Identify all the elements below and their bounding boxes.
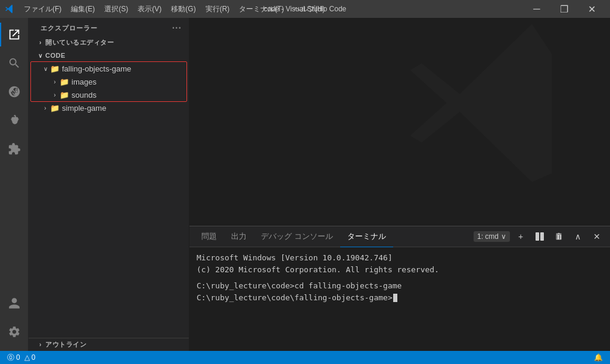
activity-explorer[interactable]: [0, 20, 29, 49]
sounds-label: sounds: [71, 91, 97, 99]
activity-account[interactable]: [0, 289, 29, 318]
sidebar: エクスプローラー ··· › 開いているエディター ∨ CODE ∨ 📁 fal…: [29, 18, 189, 351]
status-bar: ⓪ 0 △ 0 🔔: [0, 351, 610, 364]
sidebar-header: エクスプローラー ···: [29, 18, 189, 36]
falling-objects-game-label: falling-objects-game: [62, 64, 131, 73]
menu-go[interactable]: 移動(G): [166, 3, 200, 15]
terminal-dropdown-arrow-icon: ∨: [501, 232, 506, 241]
tab-output[interactable]: 出力: [224, 226, 254, 247]
sidebar-item-sounds[interactable]: › 📁 sounds: [31, 88, 186, 101]
bell-icon: 🔔: [594, 353, 603, 362]
open-editors-label: 開いているエディター: [45, 38, 114, 47]
activity-bar-bottom: [0, 289, 29, 351]
sidebar-item-images[interactable]: › 📁 images: [31, 75, 186, 88]
menu-run[interactable]: 実行(R): [201, 3, 235, 15]
vscode-logo-icon: [5, 4, 14, 14]
svg-rect-1: [540, 232, 544, 241]
menu-edit[interactable]: 編集(E): [66, 3, 99, 15]
activity-git[interactable]: [0, 77, 29, 106]
code-folder-header[interactable]: ∨ CODE: [29, 49, 189, 62]
sounds-arrow-icon: ›: [50, 92, 60, 98]
terminal-line-3: C:\ruby_lecture\code>cd falling-objects-…: [197, 280, 603, 292]
minimize-button[interactable]: ─: [523, 0, 550, 18]
open-editors-arrow-icon: ›: [36, 39, 45, 46]
sidebar-item-simple-game[interactable]: › 📁 simple-game: [29, 101, 189, 114]
close-button[interactable]: ✕: [578, 0, 605, 18]
kill-terminal-button[interactable]: [550, 230, 567, 243]
title-bar: ファイル(F) 編集(E) 選択(S) 表示(V) 移動(G) 実行(R) ター…: [0, 0, 610, 18]
tab-problems[interactable]: 問題: [194, 226, 224, 247]
editor-area: 問題 出力 デバッグ コンソール ターミナル 1: cmd ∨ +: [189, 18, 610, 351]
outline-arrow-icon: ›: [36, 341, 45, 348]
status-errors[interactable]: ⓪ 0 △ 0: [5, 351, 38, 364]
terminal-line-2: (c) 2020 Microsoft Corporation. All righ…: [197, 264, 603, 276]
terminal-instance-label: 1: cmd: [477, 232, 499, 241]
sounds-folder-icon: 📁: [60, 91, 69, 99]
error-icon: ⓪: [7, 353, 14, 363]
activity-settings[interactable]: [0, 318, 29, 346]
falling-objects-game-arrow-icon: ∨: [41, 66, 50, 72]
menu-view[interactable]: 表示(V): [133, 3, 166, 15]
terminal-close-button[interactable]: ✕: [589, 230, 605, 243]
svg-rect-0: [536, 232, 539, 241]
activity-bar: [0, 18, 29, 351]
menu-select[interactable]: 選択(S): [99, 3, 133, 15]
tab-debug-console[interactable]: デバッグ コンソール: [254, 226, 340, 247]
terminal-line-1: Microsoft Windows [Version 10.0.19042.74…: [197, 252, 603, 264]
vscode-watermark-icon: [396, 18, 604, 220]
terminal-body[interactable]: Microsoft Windows [Version 10.0.19042.74…: [189, 247, 610, 351]
menu-file[interactable]: ファイル(F): [19, 3, 66, 15]
status-bar-right: 🔔: [592, 351, 605, 364]
maximize-button[interactable]: ❐: [550, 0, 578, 18]
images-arrow-icon: ›: [50, 79, 60, 85]
error-count: 0: [16, 353, 20, 362]
main-area: エクスプローラー ··· › 開いているエディター ∨ CODE ∨ 📁 fal…: [0, 18, 610, 351]
window-controls: ─ ❐ ✕: [523, 0, 605, 18]
tab-terminal[interactable]: ターミナル: [340, 226, 393, 247]
explorer-title: エクスプローラー: [41, 24, 98, 33]
simple-game-folder-icon: 📁: [50, 104, 60, 113]
terminal-controls: 1: cmd ∨ + ∧ ✕: [474, 230, 605, 243]
simple-game-label: simple-game: [62, 104, 106, 113]
simple-game-arrow-icon: ›: [41, 105, 50, 111]
activity-search[interactable]: [0, 49, 29, 77]
terminal-collapse-button[interactable]: ∧: [569, 230, 586, 243]
editor-content[interactable]: [189, 18, 610, 226]
split-terminal-button[interactable]: [531, 230, 548, 243]
terminal-tabs: 問題 出力 デバッグ コンソール ターミナル 1: cmd ∨ +: [189, 226, 610, 247]
window-title: code - Visual Studio Code: [264, 5, 347, 13]
sidebar-item-falling-objects-game[interactable]: ∨ 📁 falling-objects-game: [31, 62, 186, 75]
terminal-area: 問題 出力 デバッグ コンソール ターミナル 1: cmd ∨ +: [189, 226, 610, 351]
terminal-line-4: C:\ruby_lecture\code\falling-objects-gam…: [197, 292, 603, 304]
sidebar-more-icon[interactable]: ···: [172, 23, 182, 33]
new-terminal-button[interactable]: +: [512, 230, 529, 243]
code-folder-arrow-icon: ∨: [36, 52, 45, 59]
images-label: images: [71, 77, 97, 86]
sidebar-content: › 開いているエディター ∨ CODE ∨ 📁 falling-objects-…: [29, 36, 189, 338]
open-editors-header[interactable]: › 開いているエディター: [29, 36, 189, 49]
warning-icon: △: [24, 353, 30, 362]
status-bar-left: ⓪ 0 △ 0: [5, 351, 38, 364]
status-notifications[interactable]: 🔔: [592, 351, 605, 364]
terminal-instance-dropdown[interactable]: 1: cmd ∨: [474, 231, 510, 242]
folder-icon: 📁: [50, 64, 60, 73]
outline-section[interactable]: › アウトライン: [29, 338, 189, 351]
code-folder-label: CODE: [45, 52, 66, 59]
outline-label: アウトライン: [45, 340, 86, 349]
activity-debug[interactable]: [0, 106, 29, 135]
activity-extensions[interactable]: [0, 135, 29, 163]
warning-count: 0: [32, 353, 36, 362]
highlighted-folder: ∨ 📁 falling-objects-game › 📁 images › 📁 …: [31, 62, 186, 101]
images-folder-icon: 📁: [60, 77, 69, 86]
